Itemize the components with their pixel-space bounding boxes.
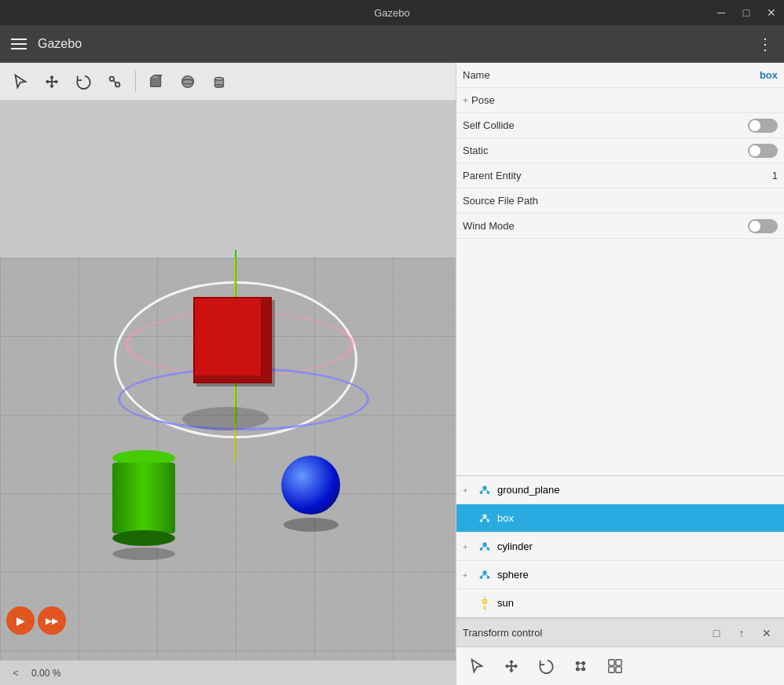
svg-point-0 bbox=[110, 76, 115, 81]
fast-forward-button[interactable]: ▶▶ bbox=[38, 606, 66, 635]
transform-close-button[interactable]: ✕ bbox=[756, 622, 778, 644]
prop-static-row: Static bbox=[456, 138, 784, 163]
viewport-bottom-bar: < 0.00 % bbox=[0, 660, 456, 685]
add-box-button[interactable] bbox=[142, 68, 170, 96]
svg-point-22 bbox=[480, 548, 482, 550]
svg-rect-39 bbox=[609, 660, 614, 665]
svg-line-14 bbox=[482, 489, 485, 491]
translate-tool-button[interactable] bbox=[38, 68, 66, 96]
svg-point-28 bbox=[487, 576, 489, 578]
svg-line-19 bbox=[482, 518, 485, 519]
svg-point-36 bbox=[582, 662, 585, 665]
pose-expand-icon[interactable]: + bbox=[463, 95, 468, 106]
svg-point-11 bbox=[483, 485, 487, 489]
sun-entity-icon bbox=[477, 595, 493, 611]
red-box-object[interactable] bbox=[193, 297, 272, 383]
svg-line-25 bbox=[485, 546, 489, 548]
svg-line-29 bbox=[482, 574, 485, 576]
more-menu-button[interactable]: ⋮ bbox=[753, 31, 778, 57]
transform-title: Transform control bbox=[463, 627, 702, 639]
prop-parent-entity-label: Parent Entity bbox=[463, 170, 772, 181]
svg-point-26 bbox=[483, 570, 487, 574]
prop-wind-mode-label: Wind Mode bbox=[463, 220, 748, 232]
transform-minimize-button[interactable]: □ bbox=[705, 622, 727, 644]
self-collide-knob bbox=[749, 120, 760, 131]
svg-rect-2 bbox=[151, 78, 161, 86]
prop-static-label: Static bbox=[463, 145, 748, 156]
app-title-text: Gazebo bbox=[374, 7, 410, 19]
sphere-shadow bbox=[284, 518, 339, 532]
ground-plane-label: ground_plane bbox=[497, 484, 560, 496]
entity-box[interactable]: box bbox=[456, 504, 784, 533]
self-collide-toggle[interactable] bbox=[748, 119, 778, 133]
add-sphere-button[interactable] bbox=[174, 68, 202, 96]
main-layout: ▶ ▶▶ < 0.00 % Name box + Pose bbox=[0, 63, 784, 685]
transform-rotate-tool[interactable] bbox=[532, 652, 560, 680]
svg-rect-41 bbox=[609, 667, 614, 672]
3d-scene[interactable]: ▶ ▶▶ bbox=[0, 101, 456, 660]
entity-sphere[interactable]: + sphere bbox=[456, 561, 784, 589]
right-panel: Name box + Pose Self Collide Static bbox=[456, 63, 784, 685]
toolbar-separator bbox=[135, 71, 136, 93]
svg-point-6 bbox=[215, 77, 224, 80]
prop-pose-row[interactable]: + Pose bbox=[456, 88, 784, 113]
title-bar: Gazebo ─ □ ✕ bbox=[0, 0, 784, 25]
static-toggle[interactable] bbox=[748, 144, 778, 158]
rotate-tool-button[interactable] bbox=[69, 68, 97, 96]
minimize-button[interactable]: ─ bbox=[709, 0, 734, 25]
svg-point-21 bbox=[483, 542, 487, 546]
scene-objects bbox=[0, 101, 456, 660]
hamburger-menu-button[interactable] bbox=[6, 31, 31, 57]
svg-point-7 bbox=[215, 84, 224, 87]
transform-float-button[interactable]: ↑ bbox=[731, 622, 753, 644]
cylinder-bottom bbox=[112, 530, 175, 546]
svg-point-13 bbox=[487, 491, 489, 493]
green-cylinder-object[interactable] bbox=[112, 450, 175, 560]
svg-point-3 bbox=[182, 75, 194, 87]
prop-pose-label: Pose bbox=[471, 94, 778, 106]
blue-sphere-object[interactable] bbox=[281, 456, 340, 532]
shape-link-button[interactable] bbox=[101, 68, 129, 96]
cylinder-entity-icon bbox=[477, 539, 493, 555]
prop-wind-mode-row: Wind Mode bbox=[456, 214, 784, 239]
prop-self-collide-row: Self Collide bbox=[456, 113, 784, 138]
expand-button[interactable]: < bbox=[6, 664, 25, 683]
transform-panel: Transform control □ ↑ ✕ bbox=[456, 618, 784, 685]
sphere-entity-icon bbox=[477, 567, 493, 583]
viewport-container: ▶ ▶▶ < 0.00 % bbox=[0, 63, 456, 685]
prop-name-label: Name bbox=[463, 69, 760, 81]
entity-list: + ground_plane bbox=[456, 476, 784, 618]
entity-sun[interactable]: sun bbox=[456, 589, 784, 617]
play-button[interactable]: ▶ bbox=[6, 606, 35, 635]
select-tool-button[interactable] bbox=[6, 68, 35, 96]
transform-grid-view-tool[interactable] bbox=[601, 652, 629, 680]
app-title: Gazebo bbox=[38, 37, 753, 51]
prop-parent-entity-value: 1 bbox=[772, 170, 778, 181]
svg-point-27 bbox=[480, 576, 482, 578]
transform-translate-tool[interactable] bbox=[497, 652, 526, 680]
sphere-body bbox=[281, 456, 340, 515]
cylinder-expand[interactable]: + bbox=[463, 542, 472, 551]
ground-plane-expand[interactable]: + bbox=[463, 485, 472, 495]
svg-point-23 bbox=[487, 548, 489, 550]
svg-point-17 bbox=[480, 519, 482, 522]
wind-mode-toggle[interactable] bbox=[748, 219, 778, 233]
svg-point-18 bbox=[487, 519, 489, 522]
wind-mode-knob bbox=[749, 221, 760, 232]
svg-rect-40 bbox=[616, 660, 621, 665]
prop-source-file-row: Source File Path bbox=[456, 189, 784, 214]
entity-ground-plane[interactable]: + ground_plane bbox=[456, 476, 784, 504]
svg-line-15 bbox=[485, 489, 489, 491]
svg-rect-34 bbox=[484, 606, 486, 609]
sun-entity-label: sun bbox=[497, 597, 514, 609]
transform-snap-tool[interactable] bbox=[566, 652, 595, 680]
close-button[interactable]: ✕ bbox=[759, 0, 784, 25]
prop-parent-entity-row: Parent Entity 1 bbox=[456, 163, 784, 189]
entity-cylinder[interactable]: + cylinder bbox=[456, 533, 784, 561]
maximize-button[interactable]: □ bbox=[734, 0, 759, 25]
svg-line-24 bbox=[482, 546, 485, 548]
add-cylinder-button[interactable] bbox=[205, 68, 233, 96]
sphere-expand[interactable]: + bbox=[463, 570, 472, 580]
svg-rect-42 bbox=[616, 667, 621, 672]
transform-select-tool[interactable] bbox=[463, 652, 491, 680]
